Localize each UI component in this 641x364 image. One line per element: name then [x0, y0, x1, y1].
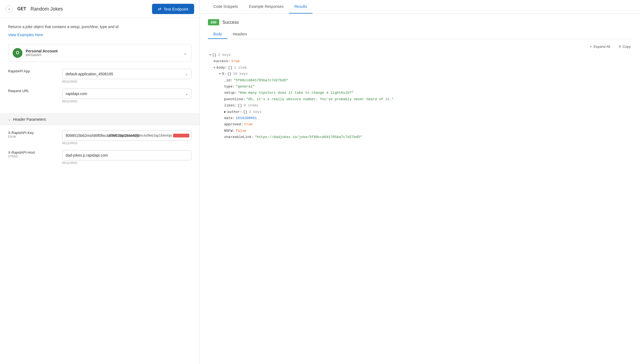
rapidapi-app-label-wrap: RapidAPI App — [8, 69, 57, 73]
x-rapidapi-host-required: REQUIRED — [62, 161, 191, 164]
request-url-select[interactable]: rapidapi.com — [62, 89, 191, 99]
x-rapidapi-host-input[interactable] — [62, 150, 191, 160]
status-row: 200 Success — [208, 19, 633, 25]
result-tabs: Body Headers — [208, 30, 633, 39]
status-badge: 200 — [208, 19, 219, 25]
x-rapidapi-host-row: X-RapidAPI-Host STRING REQUIRED — [8, 150, 191, 164]
redact-bar — [173, 134, 189, 137]
author-toggle[interactable]: ▶ — [224, 109, 226, 115]
test-endpoint-icon: ⇄ — [158, 6, 161, 11]
x-rapidapi-key-type: ENUM — [8, 135, 57, 138]
header-params-label: Header Parameters — [13, 117, 46, 122]
tab-code-snippets[interactable]: Code Snippets — [208, 0, 244, 14]
json-approved-line: approved: true — [208, 121, 633, 127]
redact-overlay: 8098515b62msh89f0fec4af9eb3ap184e4djs — [109, 134, 189, 137]
json-setup-line: setup: "How many hipsters does it take t… — [208, 90, 633, 96]
rapidapi-app-required: REQUIRED — [62, 80, 191, 83]
request-url-label: Request URL — [8, 86, 29, 93]
copy-icon: ⎘ — [619, 45, 621, 49]
x-rapidapi-key-required: REQUIRED — [62, 142, 191, 145]
header-params-section[interactable]: ⌄ Header Parameters — [0, 114, 200, 125]
top-bar: ‹ GET Random Jokes ⇄ Test Endpoint — [0, 0, 200, 18]
request-url-row: Request URL rapidapi.com ⌄ REQUIRED — [8, 89, 191, 103]
request-url-select-wrap: rapidapi.com ⌄ — [62, 89, 191, 99]
account-details: Personal Account WPGetAPI — [26, 49, 58, 57]
rapidapi-app-select[interactable]: default-application_4506195 — [62, 69, 191, 79]
x-rapidapi-key-field-wrap: 8098515b62msh89f0fec4af9eb3ap184e4djs RE… — [62, 130, 191, 145]
right-panel: Code Snippets Example Responses Results … — [200, 0, 641, 364]
body-toggle[interactable]: ▾ — [213, 65, 215, 71]
json-item0-line: ▾ 0: {} 10 keys — [208, 71, 633, 77]
rapidapi-app-row: RapidAPI App default-application_4506195… — [8, 69, 191, 83]
key-partial-text: 8098515b62msh89f0fec4af9eb3ap184e4djs — [109, 134, 172, 137]
json-body-line: ▾ body: [] 1 item — [208, 65, 633, 71]
request-url-required: REQUIRED — [62, 100, 191, 103]
x-rapidapi-host-field-wrap: REQUIRED — [62, 150, 191, 164]
json-root-line: ▾ {} 2 keys — [208, 52, 633, 58]
json-punchline-line: punchline: "Oh, it's a really obscure nu… — [208, 96, 633, 102]
result-tab-headers[interactable]: Headers — [227, 30, 252, 39]
chevron-down-icon: ⌄ — [183, 50, 187, 56]
back-button[interactable]: ‹ — [5, 5, 13, 13]
tab-results[interactable]: Results — [289, 0, 312, 14]
description-text: Returns a joke object that contains a se… — [8, 25, 191, 29]
endpoint-title: Random Jokes — [31, 6, 148, 12]
x-rapidapi-host-type: STRING — [8, 155, 57, 158]
results-area: 200 Success Body Headers + Expand All ⎘ … — [200, 14, 641, 364]
x-rapidapi-key-input-wrap: 8098515b62msh89f0fec4af9eb3ap184e4djs — [62, 130, 191, 141]
account-name: Personal Account — [26, 49, 58, 53]
x-rapidapi-key-row: X-RapidAPI-Key ENUM 8098515b62msh89f0fec… — [8, 130, 191, 145]
expand-icon: + — [590, 45, 592, 49]
x-rapidapi-host-label-wrap: X-RapidAPI-Host STRING — [8, 150, 57, 158]
rapidapi-app-label: RapidAPI App — [8, 66, 30, 73]
x-rapidapi-key-label: X-RapidAPI-Key — [8, 128, 34, 135]
account-sub: WPGetAPI — [26, 53, 58, 57]
method-badge: GET — [17, 6, 26, 11]
status-text: Success — [222, 20, 239, 25]
json-id-line: _id: "5f80ccd641785ba7c7d27bd5" — [208, 77, 633, 83]
json-date-line: date: 1618108661 — [208, 115, 633, 121]
form-section: RapidAPI App default-application_4506195… — [0, 66, 200, 111]
json-success-line: success: true — [208, 58, 633, 64]
chevron-down-icon: ⌄ — [8, 117, 11, 121]
test-endpoint-button[interactable]: ⇄ Test Endpoint — [152, 4, 194, 14]
json-author-line: ▶ author: {} 2 keys — [208, 109, 633, 115]
item0-toggle[interactable]: ▾ — [219, 71, 221, 77]
back-icon: ‹ — [9, 7, 10, 11]
rapidapi-app-field-wrap: default-application_4506195 ⌄ REQUIRED — [62, 69, 191, 83]
json-shareable-line: shareableLink: "https://dadjokes.io/joke… — [208, 134, 633, 140]
tab-example-responses[interactable]: Example Responses — [244, 0, 289, 14]
json-toolbar: + Expand All ⎘ Copy — [208, 43, 633, 50]
avatar: O — [13, 48, 22, 58]
expand-all-button[interactable]: + Expand All — [588, 43, 612, 50]
account-selector[interactable]: O Personal Account WPGetAPI ⌄ — [8, 44, 191, 62]
root-toggle[interactable]: ▾ — [209, 52, 211, 58]
header-fields-section: X-RapidAPI-Key ENUM 8098515b62msh89f0fec… — [0, 128, 200, 173]
copy-button[interactable]: ⎘ Copy — [617, 43, 633, 50]
request-url-field-wrap: rapidapi.com ⌄ REQUIRED — [62, 89, 191, 103]
rapidapi-app-select-wrap: default-application_4506195 ⌄ — [62, 69, 191, 79]
left-panel: ‹ GET Random Jokes ⇄ Test Endpoint Retur… — [0, 0, 200, 364]
json-nsfw-line: NSFW: false — [208, 128, 633, 134]
right-tabs: Code Snippets Example Responses Results — [200, 0, 641, 14]
result-tab-body[interactable]: Body — [208, 30, 227, 39]
account-info: O Personal Account WPGetAPI — [13, 48, 58, 58]
json-likes-line: likes: [] 0 items — [208, 102, 633, 109]
request-url-label-wrap: Request URL — [8, 89, 57, 93]
x-rapidapi-key-label-wrap: X-RapidAPI-Key ENUM — [8, 130, 57, 138]
json-type-line: type: "general" — [208, 83, 633, 90]
x-rapidapi-host-label: X-RapidAPI-Host — [8, 148, 35, 154]
description-area: Returns a joke object that contains a se… — [0, 18, 200, 40]
account-section: O Personal Account WPGetAPI ⌄ — [8, 44, 191, 62]
view-examples-link[interactable]: View Examples Here — [8, 33, 43, 37]
json-view: ▾ {} 2 keys success: true ▾ body: [] 1 i… — [208, 52, 633, 140]
